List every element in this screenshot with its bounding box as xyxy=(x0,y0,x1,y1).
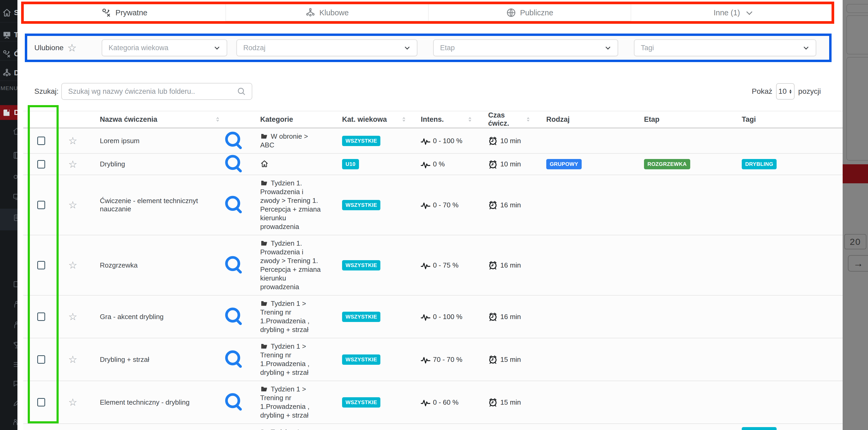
row-checkbox[interactable] xyxy=(37,398,45,406)
column-header-label: Kategorie xyxy=(260,116,293,124)
column-header-int[interactable]: Intens. xyxy=(410,116,476,124)
favorite-star-icon[interactable]: ☆ xyxy=(68,312,77,322)
sidebar-item-d[interactable]: D xyxy=(0,63,18,83)
favorite-star-icon[interactable]: ☆ xyxy=(68,136,77,146)
preview-search-icon[interactable] xyxy=(224,322,244,327)
age-badge: WSZYSTKIE xyxy=(342,312,380,322)
sidebar-item[interactable] xyxy=(0,379,18,388)
filter-dropdown-kategoria-wiekowa[interactable]: Kategoria wiekowa xyxy=(102,39,227,56)
sidebar-menu-label: MENU xyxy=(1,85,18,91)
intensity-value: 0 % xyxy=(421,159,476,169)
table-header-row: Nazwa ćwiczeniaKategorieKat. wiekowaInte… xyxy=(23,111,843,128)
clock-icon xyxy=(488,200,498,210)
category-path: Tydzien 1. Prowadzenia i zwody > Trening… xyxy=(260,175,323,235)
age-badge: WSZYSTKIE xyxy=(342,260,380,271)
row-checkbox[interactable] xyxy=(37,201,45,209)
page-canvas: STĆDMENUD PrywatneKlubowePubliczneInne (… xyxy=(0,0,868,430)
frame-icon xyxy=(13,280,18,288)
sidebar-item[interactable] xyxy=(0,320,18,330)
row-checkbox[interactable] xyxy=(37,312,45,321)
favorites-toggle[interactable]: Ulubione ☆ xyxy=(34,36,76,60)
search-input[interactable] xyxy=(68,87,237,96)
chevron-down-icon xyxy=(606,44,610,50)
filter-dropdown-tagi[interactable]: Tagi xyxy=(634,39,816,56)
favorite-star-icon[interactable]: ☆ xyxy=(68,355,77,365)
duration-value: 15 min xyxy=(488,398,534,407)
star-icon[interactable]: ☆ xyxy=(67,42,77,53)
sidebar-item[interactable] xyxy=(0,126,18,136)
page-size-control: Pokaż 10 ▲▼ pozycji xyxy=(752,83,821,100)
preview-search-icon[interactable] xyxy=(224,271,244,275)
column-header-name[interactable]: Nazwa ćwiczenia xyxy=(87,116,224,124)
tab-label: Prywatne xyxy=(116,8,147,17)
clock-icon xyxy=(488,312,498,321)
clock-icon xyxy=(488,355,498,364)
row-checkbox[interactable] xyxy=(37,355,45,364)
table-body: ☆Lorem ipsumW obronie > ABCWSZYSTKIE0 - … xyxy=(23,128,843,430)
column-header-cat: Kategorie xyxy=(244,116,331,124)
next-arrow-button[interactable]: → xyxy=(848,255,868,272)
tab-klubowe[interactable]: Klubowe xyxy=(226,3,429,23)
sidebar-item[interactable] xyxy=(0,151,18,160)
column-header-czas[interactable]: Czas ćwicz. xyxy=(476,111,534,128)
sidebar-item[interactable] xyxy=(0,279,18,289)
sidebar-item[interactable] xyxy=(0,360,18,369)
tactics-icon xyxy=(101,8,112,18)
filter-dropdown-etap[interactable]: Etap xyxy=(433,39,618,56)
row-checkbox[interactable] xyxy=(37,136,45,145)
sort-arrows-icon[interactable] xyxy=(467,116,472,123)
favorite-star-icon[interactable]: ☆ xyxy=(68,159,77,169)
exercises-table: Nazwa ćwiczeniaKategorieKat. wiekowaInte… xyxy=(23,111,843,430)
preview-search-icon[interactable] xyxy=(224,408,244,412)
filter-dropdown-rodzaj[interactable]: Rodzaj xyxy=(237,39,417,56)
spinner-arrows-icon[interactable]: ▲▼ xyxy=(789,89,792,94)
column-header-age[interactable]: Kat. wiekowa xyxy=(331,116,410,124)
sidebar-item-ć[interactable]: Ć xyxy=(0,44,18,63)
intensity-value: 0 - 100 % xyxy=(421,312,476,321)
tactics-icon xyxy=(2,50,11,58)
favorite-star-icon[interactable]: ☆ xyxy=(68,200,77,210)
sidebar-item[interactable] xyxy=(0,417,18,427)
sort-arrows-icon[interactable] xyxy=(526,116,531,123)
preview-search-icon[interactable] xyxy=(224,211,244,215)
row-checkbox[interactable] xyxy=(37,160,45,168)
clock-icon xyxy=(488,159,498,169)
category-path: W obronie > ABC xyxy=(260,128,323,153)
sidebar-item[interactable] xyxy=(0,300,18,309)
exercise-name: Element techniczny - drybling xyxy=(100,398,190,406)
preview-search-icon[interactable] xyxy=(224,170,244,174)
duration-value: 16 min xyxy=(488,260,534,270)
favorite-star-icon[interactable]: ☆ xyxy=(68,260,77,270)
sidebar-item[interactable] xyxy=(0,171,18,181)
duration-value: 16 min xyxy=(488,312,534,321)
category-path: Tydzien 1 > Trening nr 1.Prowadzenia , d… xyxy=(260,424,323,430)
column-header-rodzaj: Rodzaj xyxy=(534,116,632,124)
sidebar-item-s[interactable]: S xyxy=(0,3,18,22)
exercise-name: Gra - akcent drybling xyxy=(100,313,163,321)
favorite-star-icon[interactable]: ☆ xyxy=(68,397,77,407)
tab-inne-1-[interactable]: Inne (1) xyxy=(631,3,833,23)
sidebar-item-exercises-active[interactable]: D xyxy=(0,105,18,120)
sidebar-item[interactable] xyxy=(0,192,18,201)
sidebar-item[interactable] xyxy=(0,398,18,408)
duration-value: 16 min xyxy=(488,200,534,210)
row-checkbox[interactable] xyxy=(37,261,45,269)
tab-publiczne[interactable]: Publiczne xyxy=(429,3,631,23)
page-size-spinner[interactable]: 10 ▲▼ xyxy=(776,83,795,99)
preview-search-icon[interactable] xyxy=(224,147,244,151)
dropdown-placeholder: Rodzaj xyxy=(243,44,405,52)
sort-arrows-icon[interactable] xyxy=(401,116,406,123)
sidebar-item-label: D xyxy=(14,69,18,77)
sidebar-item[interactable] xyxy=(0,340,18,350)
sidebar-item-t[interactable]: T xyxy=(0,25,18,44)
person-icon xyxy=(13,300,18,308)
background-page-size-box[interactable]: 20 xyxy=(844,234,866,249)
column-header-label: Rodzaj xyxy=(546,116,570,124)
sort-arrows-icon[interactable] xyxy=(215,116,220,123)
clipboard-icon xyxy=(13,214,18,222)
person-icon xyxy=(13,321,18,329)
age-category-badges: WSZYSTKIE xyxy=(342,397,410,407)
preview-search-icon[interactable] xyxy=(224,365,244,370)
sidebar-item[interactable] xyxy=(0,213,18,222)
tab-prywatne[interactable]: Prywatne xyxy=(23,3,226,23)
